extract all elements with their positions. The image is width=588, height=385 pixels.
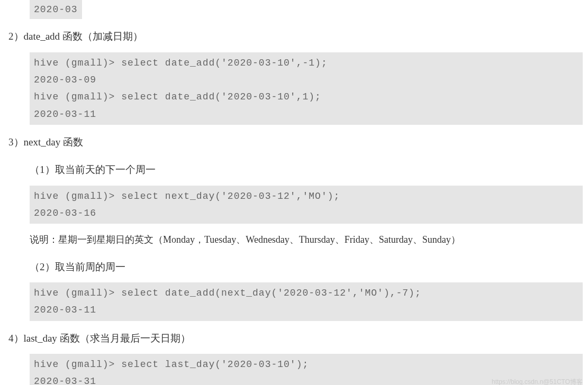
section-title-date-add: 2）date_add 函数（加减日期） — [8, 28, 588, 45]
sub-title-next-monday: （1）取当前天的下一个周一 — [30, 161, 588, 179]
code-block-next-day-2: hive (gmall)> select date_add(next_day('… — [30, 282, 583, 321]
description-weekdays: 说明：星期一到星期日的英文（Monday，Tuesday、Wednesday、T… — [30, 231, 588, 248]
section-title-last-day: 4）last_day 函数（求当月最后一天日期） — [8, 329, 588, 347]
code-block-next-day-1: hive (gmall)> select next_day('2020-03-1… — [30, 186, 583, 224]
code-result-block: 2020-03 — [30, 0, 82, 19]
section-title-next-day: 3）next_day 函数 — [8, 133, 588, 151]
watermark-text: https://blog.csdn.n@51CTO博客 — [492, 377, 583, 385]
code-block-date-add: hive (gmall)> select date_add('2020-03-1… — [30, 52, 583, 125]
sub-title-current-week-monday: （2）取当前周的周一 — [30, 258, 588, 276]
